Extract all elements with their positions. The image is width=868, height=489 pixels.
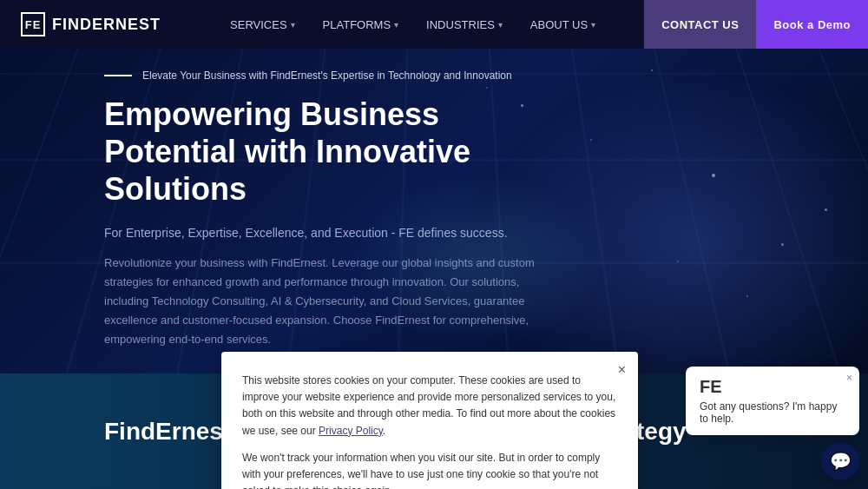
chevron-down-icon: ▾ — [291, 20, 295, 30]
contact-us-button[interactable]: CONTACT US — [644, 0, 756, 49]
book-demo-button[interactable]: Book a Demo — [756, 0, 868, 49]
cookie-text-secondary: We won't track your information when you… — [242, 450, 617, 489]
chevron-down-icon: ▾ — [394, 20, 398, 30]
chevron-down-icon: ▾ — [498, 20, 503, 30]
chat-close-button[interactable]: × — [846, 372, 852, 384]
nav-about[interactable]: ABOUT US ▾ — [518, 11, 608, 38]
chat-widget: × FE Got any questions? I'm happy to hel… — [686, 367, 859, 480]
chat-message: Got any questions? I'm happy to help. — [700, 400, 845, 425]
nav-industries[interactable]: INDUSTRIES ▾ — [414, 11, 515, 38]
cookie-close-button[interactable]: × — [618, 362, 626, 378]
chat-avatar-button[interactable]: 💬 — [821, 442, 859, 480]
brand-logo[interactable]: FE FINDERNEST — [0, 12, 181, 36]
eyebrow-text: Elevate Your Business with FindErnest's … — [142, 69, 512, 82]
cookie-text-primary: This website stores cookies on your comp… — [242, 373, 617, 439]
chevron-down-icon: ▾ — [591, 20, 595, 30]
hero-title: Empowering Business Potential with Innov… — [104, 96, 538, 208]
brand-name: FINDERNEST — [52, 16, 161, 34]
logo-icon: FE — [21, 12, 45, 36]
chat-bubble: × FE Got any questions? I'm happy to hel… — [686, 367, 859, 435]
navbar: FE FINDERNEST SERVICES ▾ PLATFORMS ▾ IND… — [0, 0, 868, 49]
nav-right: CONTACT US Book a Demo — [644, 0, 868, 49]
cookie-modal: × This website stores cookies on your co… — [221, 352, 638, 489]
chat-icon: 💬 — [830, 451, 852, 472]
hero-eyebrow: Elevate Your Business with FindErnest's … — [104, 69, 538, 82]
nav-services[interactable]: SERVICES ▾ — [218, 11, 307, 38]
chat-logo: FE — [700, 377, 845, 397]
eyebrow-line — [104, 75, 132, 76]
hero-subtitle: For Enterprise, Expertise, Excellence, a… — [104, 226, 538, 240]
nav-platforms[interactable]: PLATFORMS ▾ — [311, 11, 411, 38]
privacy-policy-link[interactable]: Privacy Policy — [319, 425, 383, 437]
hero-body: Revolutionize your business with FindErn… — [104, 254, 538, 349]
nav-links: SERVICES ▾ PLATFORMS ▾ INDUSTRIES ▾ ABOU… — [181, 11, 644, 38]
